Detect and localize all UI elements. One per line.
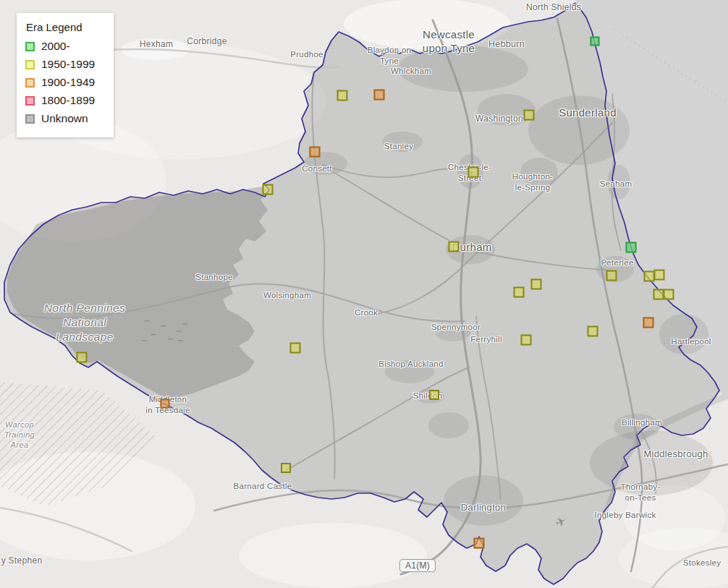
map-marker-1950-1999[interactable] [290, 343, 301, 354]
legend-label: 1900-1949 [41, 76, 95, 89]
legend-label: 2000- [41, 40, 70, 53]
map-marker-1950-1999[interactable] [281, 463, 291, 473]
map-marker-1950-1999[interactable] [644, 271, 655, 282]
map-marker-1950-1999[interactable] [531, 279, 542, 290]
map-viewport[interactable]: North ShieldsNewcastle upon TyneHebburnH… [0, 0, 728, 588]
map-marker-1950-1999[interactable] [664, 289, 674, 300]
map-marker-1900-1949[interactable] [161, 399, 170, 409]
legend-title: Era Legend [26, 21, 105, 33]
map-marker-1950-1999[interactable] [521, 335, 532, 346]
legend-label: 1950-1999 [41, 58, 95, 71]
legend-item-1800-1899: 1800-1899 [25, 94, 105, 107]
map-marker-1950-1999[interactable] [653, 289, 664, 300]
map-marker-1950-1999[interactable] [77, 352, 88, 363]
legend-item-1950-1999: 1950-1999 [25, 58, 105, 71]
map-marker-1950-1999[interactable] [654, 270, 665, 281]
legend-item-unknown: Unknown [25, 112, 105, 125]
legend-swatch-unknown [25, 114, 35, 124]
map-marker-2000[interactable] [626, 242, 637, 253]
legend-label: 1800-1899 [41, 94, 95, 107]
map-marker-2000[interactable] [591, 37, 600, 46]
map-marker-1950-1999[interactable] [514, 287, 525, 298]
map-marker-1950-1999[interactable] [429, 390, 439, 400]
map-marker-1900-1949[interactable] [374, 90, 385, 101]
legend-swatch-1800-1899 [25, 96, 35, 106]
map-marker-1950-1999[interactable] [588, 326, 598, 337]
map-marker-1900-1949[interactable] [474, 538, 485, 549]
legend-swatch-1950-1999 [25, 60, 35, 69]
map-marker-1950-1999[interactable] [263, 184, 274, 195]
legend-item-2000: 2000- [25, 40, 105, 53]
map-marker-1950-1999[interactable] [606, 270, 617, 281]
map-marker-1950-1999[interactable] [524, 110, 535, 121]
map-marker-1950-1999[interactable] [468, 167, 479, 178]
map-marker-1900-1949[interactable] [310, 147, 321, 158]
map-marker-1900-1949[interactable] [643, 318, 654, 328]
legend-label: Unknown [41, 112, 88, 125]
legend-items: 2000-1950-19991900-19491800-1899Unknown [25, 40, 105, 125]
era-legend: Era Legend 2000-1950-19991900-19491800-1… [17, 13, 114, 137]
map-marker-1950-1999[interactable] [337, 90, 348, 101]
legend-swatch-1900-1949 [25, 78, 35, 88]
road-label-a1m: A1(M) [399, 559, 436, 572]
map-marker-1950-1999[interactable] [449, 242, 460, 252]
legend-item-1900-1949: 1900-1949 [25, 76, 105, 89]
legend-swatch-2000 [25, 42, 35, 51]
